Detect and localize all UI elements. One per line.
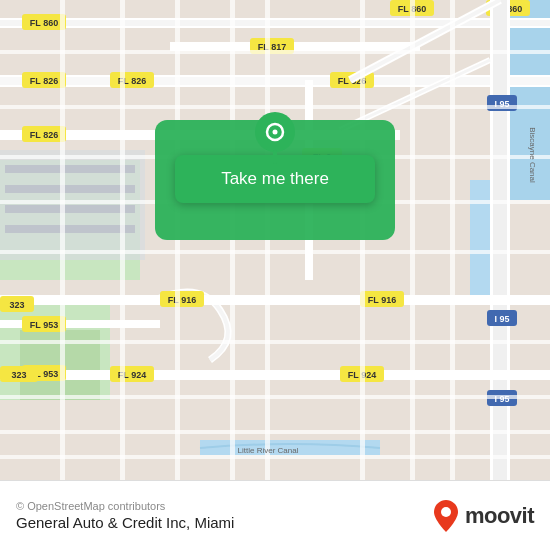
moovit-brand-text: moovit [465, 503, 534, 529]
map-container: FL 826 FL 826 FL 826 FL 860 FL 860 FL 86… [0, 0, 550, 480]
svg-text:FL 826: FL 826 [30, 76, 58, 86]
svg-rect-7 [5, 205, 135, 213]
svg-rect-72 [450, 0, 455, 480]
svg-rect-81 [0, 455, 550, 459]
copyright-text: © OpenStreetMap contributors [16, 500, 234, 512]
info-bar: © OpenStreetMap contributors General Aut… [0, 480, 550, 550]
svg-text:323: 323 [9, 300, 24, 310]
svg-text:FL 916: FL 916 [368, 295, 396, 305]
svg-rect-73 [0, 50, 550, 54]
svg-rect-74 [0, 105, 550, 109]
svg-text:FL 826: FL 826 [30, 130, 58, 140]
svg-text:Biscayne Canal: Biscayne Canal [528, 127, 537, 183]
svg-rect-36 [493, 0, 507, 480]
svg-point-91 [273, 130, 278, 135]
svg-rect-6 [5, 185, 135, 193]
moovit-pin-icon [433, 499, 459, 533]
location-title: General Auto & Credit Inc, Miami [16, 514, 234, 531]
svg-rect-55 [0, 370, 550, 380]
svg-rect-77 [0, 250, 550, 254]
svg-rect-8 [5, 225, 135, 233]
svg-rect-66 [120, 0, 125, 480]
svg-rect-79 [0, 395, 550, 399]
svg-rect-78 [0, 340, 550, 344]
info-left: © OpenStreetMap contributors General Aut… [16, 500, 234, 531]
moovit-logo: moovit [433, 499, 534, 533]
svg-text:323: 323 [11, 370, 26, 380]
svg-text:FL 916: FL 916 [168, 295, 196, 305]
svg-point-92 [441, 507, 451, 517]
svg-text:I 95: I 95 [494, 314, 509, 324]
svg-rect-50 [0, 295, 550, 305]
svg-text:FL 860: FL 860 [30, 18, 58, 28]
svg-rect-17 [0, 77, 550, 85]
svg-rect-80 [0, 430, 550, 434]
svg-rect-71 [410, 0, 415, 480]
svg-text:FL 953: FL 953 [30, 320, 58, 330]
svg-rect-15 [170, 42, 420, 51]
svg-rect-5 [5, 165, 135, 173]
svg-rect-65 [60, 0, 65, 480]
svg-text:Little River Canal: Little River Canal [238, 446, 299, 455]
